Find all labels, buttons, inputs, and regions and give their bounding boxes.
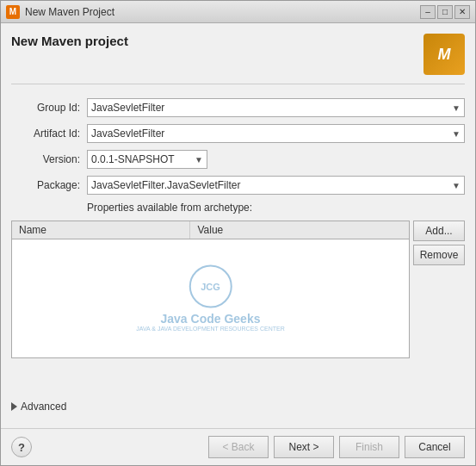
group-id-value: JavaSevletFilter bbox=[91, 102, 164, 114]
minimize-button[interactable]: – bbox=[420, 5, 436, 19]
artifact-id-value: JavaSevletFilter bbox=[91, 127, 164, 140]
remove-button[interactable]: Remove bbox=[413, 245, 465, 265]
maven-logo: M bbox=[423, 34, 465, 75]
package-label: Package: bbox=[11, 179, 80, 191]
page-title: New Maven project bbox=[11, 34, 128, 48]
advanced-section[interactable]: Advanced bbox=[11, 395, 465, 418]
content-area: New Maven project M Group Id: JavaSevlet… bbox=[1, 23, 475, 428]
window-icon: M bbox=[6, 5, 20, 19]
group-id-row: Group Id: JavaSevletFilter ▼ bbox=[11, 98, 465, 117]
group-id-input[interactable]: JavaSevletFilter ▼ bbox=[87, 98, 465, 117]
table-header-value: Value bbox=[190, 221, 409, 239]
maximize-button[interactable]: □ bbox=[437, 5, 453, 19]
finish-button[interactable]: Finish bbox=[339, 436, 399, 458]
jcg-logo-text: JCG bbox=[201, 282, 220, 292]
table-container: Name Value JCG Java Code Geeks JAVA & JA… bbox=[11, 221, 465, 385]
table-body: JCG Java Code Geeks JAVA & JAVA DEVELOPM… bbox=[12, 239, 409, 357]
table-header: Name Value bbox=[12, 221, 409, 239]
table-header-name: Name bbox=[12, 221, 190, 239]
page-header: New Maven project M bbox=[11, 34, 465, 84]
package-row: Package: JavaSevletFilter.JavaSevletFilt… bbox=[11, 176, 465, 195]
window: M New Maven Project – □ ✕ New Maven proj… bbox=[0, 0, 476, 466]
advanced-toggle-icon bbox=[11, 402, 17, 411]
back-button[interactable]: < Back bbox=[208, 436, 269, 458]
version-value: 0.0.1-SNAPSHOT bbox=[91, 153, 175, 165]
artifact-id-dropdown-arrow[interactable]: ▼ bbox=[452, 129, 461, 139]
version-row: Version: 0.0.1-SNAPSHOT ▼ bbox=[11, 150, 465, 169]
properties-table: Name Value JCG Java Code Geeks JAVA & JA… bbox=[11, 221, 410, 358]
artifact-id-input[interactable]: JavaSevletFilter ▼ bbox=[87, 124, 465, 143]
add-button[interactable]: Add... bbox=[413, 221, 465, 241]
bottom-bar: ? < Back Next > Finish Cancel bbox=[1, 428, 475, 465]
jcg-brand-text: Java Code Geeks bbox=[161, 312, 261, 326]
version-label: Version: bbox=[11, 153, 80, 165]
next-button[interactable]: Next > bbox=[274, 436, 334, 458]
bottom-buttons: < Back Next > Finish Cancel bbox=[208, 436, 465, 458]
window-controls: – □ ✕ bbox=[420, 5, 470, 19]
form-area: Group Id: JavaSevletFilter ▼ Artifact Id… bbox=[11, 98, 465, 418]
watermark: JCG Java Code Geeks JAVA & JAVA DEVELOPM… bbox=[136, 265, 284, 332]
group-id-label: Group Id: bbox=[11, 102, 80, 114]
group-id-dropdown-arrow[interactable]: ▼ bbox=[452, 103, 461, 113]
version-dropdown-arrow[interactable]: ▼ bbox=[195, 155, 203, 165]
package-dropdown-arrow[interactable]: ▼ bbox=[452, 181, 461, 190]
version-input[interactable]: 0.0.1-SNAPSHOT ▼ bbox=[87, 150, 207, 169]
jcg-logo: JCG bbox=[189, 265, 232, 308]
artifact-id-row: Artifact Id: JavaSevletFilter ▼ bbox=[11, 124, 465, 143]
cancel-button[interactable]: Cancel bbox=[405, 436, 465, 458]
close-button[interactable]: ✕ bbox=[454, 5, 470, 19]
properties-label: Properties available from archetype: bbox=[87, 202, 465, 214]
package-value: JavaSevletFilter.JavaSevletFilter bbox=[91, 179, 240, 191]
package-input[interactable]: JavaSevletFilter.JavaSevletFilter ▼ bbox=[87, 176, 465, 195]
window-title: New Maven Project bbox=[25, 6, 415, 18]
table-buttons: Add... Remove bbox=[413, 221, 465, 385]
title-bar: M New Maven Project – □ ✕ bbox=[1, 1, 475, 23]
artifact-id-label: Artifact Id: bbox=[11, 127, 80, 140]
jcg-sub-text: JAVA & JAVA DEVELOPMENT RESOURCES CENTER bbox=[136, 326, 284, 332]
help-button[interactable]: ? bbox=[11, 437, 32, 457]
advanced-label: Advanced bbox=[21, 401, 66, 413]
